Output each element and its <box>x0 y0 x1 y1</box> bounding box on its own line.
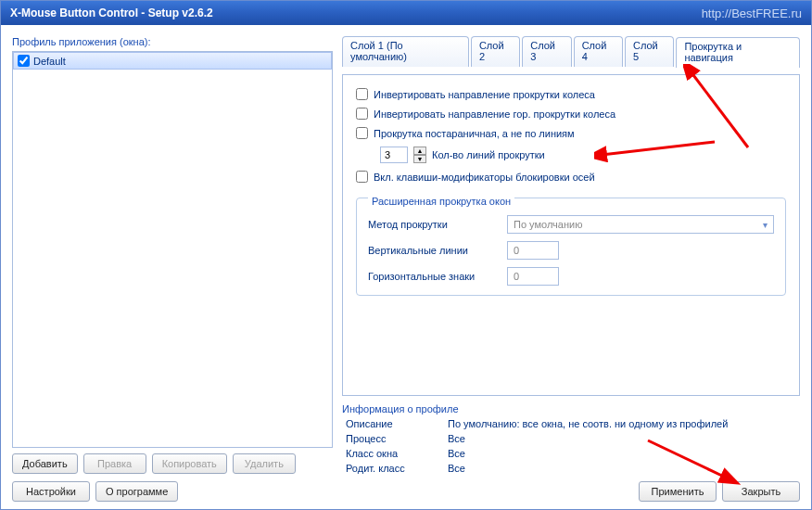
horz-chars-label: Горизонтальные знаки <box>368 271 507 282</box>
page-scroll-checkbox[interactable] <box>356 127 368 139</box>
horz-chars-input <box>507 267 559 286</box>
lock-axis-checkbox[interactable] <box>356 171 368 183</box>
about-button[interactable]: О программе <box>95 481 178 502</box>
app-window: X-Mouse Button Control - Setup v2.6.2 ht… <box>0 0 812 510</box>
invert-wheel-label: Инвертировать направление прокрутки коле… <box>374 89 595 100</box>
profile-info-title: Информация о профиле <box>342 403 800 414</box>
tab-layer2[interactable]: Слой 2 <box>471 36 520 67</box>
tab-layer1[interactable]: Слой 1 (По умолчанию) <box>342 36 469 67</box>
profile-name: Default <box>33 56 66 67</box>
page-scroll-label: Прокрутка постараничная, а не по линиям <box>374 128 575 139</box>
info-proc-value: Все <box>448 433 800 444</box>
window-title: X-Mouse Button Control - Setup v2.6.2 <box>10 6 213 19</box>
invert-wheel-checkbox[interactable] <box>356 88 368 100</box>
titlebar: X-Mouse Button Control - Setup v2.6.2 ht… <box>1 1 811 25</box>
tab-layer3[interactable]: Слой 3 <box>522 36 571 67</box>
edit-button: Правка <box>83 453 146 474</box>
spin-up-icon[interactable]: ▲ <box>413 147 426 155</box>
advanced-scroll-group: Расширенная прокрутка окон Метод прокрут… <box>356 198 786 296</box>
lines-spinner: ▲ ▼ <box>413 147 426 163</box>
close-button[interactable]: Закрыть <box>722 481 800 502</box>
vert-lines-label: Вертикальные линии <box>368 245 507 256</box>
info-desc-value: По умолчанию: все окна, не соотв. ни одн… <box>448 418 800 429</box>
lock-axis-label: Вкл. клавиши-модификаторы блокировки осе… <box>374 172 595 183</box>
invert-hwheel-checkbox[interactable] <box>356 108 368 120</box>
tab-layer5[interactable]: Слой 5 <box>625 36 674 67</box>
method-combo[interactable]: По умолчанию ▾ <box>507 215 774 234</box>
lock-axis-row[interactable]: Вкл. клавиши-модификаторы блокировки осе… <box>356 171 786 183</box>
tab-scroll-nav[interactable]: Прокрутка и навигация <box>676 37 800 68</box>
invert-hwheel-row[interactable]: Инвертировать направление гор. прокрутки… <box>356 108 786 120</box>
info-class-label: Класс окна <box>346 448 448 459</box>
bottom-bar: Настройки О программе Применить Закрыть <box>12 481 800 502</box>
advanced-scroll-title: Расширенная прокрутка окон <box>368 196 514 207</box>
add-button[interactable]: Добавить <box>12 453 78 474</box>
profiles-label: Профиль приложения (окна): <box>12 36 333 47</box>
invert-wheel-row[interactable]: Инвертировать направление прокрутки коле… <box>356 88 786 100</box>
profile-info: Информация о профиле Описание По умолчан… <box>342 403 800 474</box>
chevron-down-icon: ▾ <box>763 220 768 230</box>
info-parent-value: Все <box>448 463 800 474</box>
spin-down-icon[interactable]: ▼ <box>413 155 426 163</box>
scroll-nav-pane: Инвертировать направление прокрутки коле… <box>342 74 800 396</box>
settings-button[interactable]: Настройки <box>12 481 90 502</box>
page-scroll-row[interactable]: Прокрутка постараничная, а не по линиям <box>356 127 786 139</box>
vert-lines-input <box>507 241 559 260</box>
tabs: Слой 1 (По умолчанию) Слой 2 Слой 3 Слой… <box>342 36 800 67</box>
info-desc-label: Описание <box>346 418 448 429</box>
info-class-value: Все <box>448 448 800 459</box>
lines-input[interactable] <box>380 147 408 163</box>
info-proc-label: Процесс <box>346 433 448 444</box>
lines-row: ▲ ▼ Кол-во линий прокрутки <box>380 147 786 163</box>
profiles-listbox[interactable]: Default <box>12 51 333 448</box>
invert-hwheel-label: Инвертировать направление гор. прокрутки… <box>374 108 615 120</box>
copy-button: Копировать <box>152 453 227 474</box>
watermark-url: http://BestFREE.ru <box>702 6 802 20</box>
info-parent-label: Родит. класс <box>346 463 448 474</box>
tab-layer4[interactable]: Слой 4 <box>574 36 623 67</box>
list-item[interactable]: Default <box>13 52 332 70</box>
profile-checkbox[interactable] <box>18 55 30 67</box>
apply-button[interactable]: Применить <box>639 481 717 502</box>
lines-label: Кол-во линий прокрутки <box>432 149 545 160</box>
delete-button: Удалить <box>233 453 296 474</box>
method-value: По умолчанию <box>514 219 582 230</box>
method-label: Метод прокрутки <box>368 219 507 230</box>
